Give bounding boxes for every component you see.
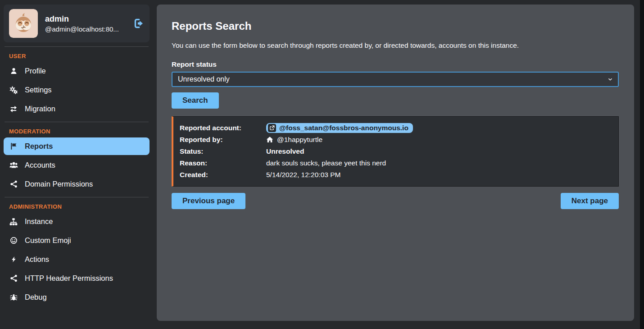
username: admin bbox=[45, 14, 119, 24]
share-nodes-icon bbox=[9, 274, 18, 282]
section-header-moderation: MODERATION bbox=[9, 128, 150, 135]
section-header-user: USER bbox=[9, 53, 150, 59]
report-status-label: Report status bbox=[172, 60, 619, 69]
report-row-status: Status: Unresolved bbox=[180, 146, 612, 157]
report-row-reported-account: Reported account: @foss_satan@fossbros-a… bbox=[180, 122, 612, 134]
sidebar-item-profile[interactable]: Profile bbox=[4, 62, 150, 80]
avatar bbox=[9, 9, 38, 38]
sidebar-item-custom-emoji[interactable]: Custom Emoji bbox=[4, 232, 150, 249]
flag-icon bbox=[9, 142, 18, 150]
sidebar-item-settings[interactable]: Settings bbox=[4, 81, 150, 99]
content-panel: Reports Search You can use the form belo… bbox=[157, 5, 634, 321]
sidebar-item-label: Instance bbox=[25, 217, 53, 226]
created-label: Created: bbox=[180, 171, 266, 179]
report-row-reason: Reason: dark souls sucks, please yeet th… bbox=[180, 157, 612, 169]
bolt-icon bbox=[9, 256, 18, 263]
smiley-icon bbox=[9, 237, 18, 244]
created-value: 5/14/2022, 12:20:03 PM bbox=[266, 171, 340, 179]
sidebar-item-domain-permissions[interactable]: Domain Permissions bbox=[4, 175, 150, 193]
user-info: admin @admin@localhost:80... bbox=[45, 14, 119, 33]
page-description: You can use the form below to search thr… bbox=[172, 41, 619, 50]
sidebar-item-label: Actions bbox=[25, 255, 49, 264]
users-icon bbox=[9, 161, 18, 169]
user-handle: @admin@localhost:80... bbox=[45, 25, 119, 33]
logout-icon[interactable] bbox=[133, 18, 144, 29]
report-status-select[interactable]: Unresolved only bbox=[172, 72, 619, 87]
sidebar-item-label: Domain Permissions bbox=[25, 180, 93, 188]
gears-icon bbox=[9, 86, 18, 94]
report-row-created: Created: 5/14/2022, 12:20:03 PM bbox=[180, 169, 612, 181]
report-status-selected-value: Unresolved only bbox=[178, 75, 230, 83]
sidebar-item-debug[interactable]: Debug bbox=[4, 288, 150, 306]
report-row-reported-by: Reported by: @1happyturtle bbox=[180, 134, 612, 146]
sidebar-item-label: HTTP Header Permissions bbox=[25, 274, 113, 283]
page-title: Reports Search bbox=[172, 20, 619, 32]
status-label: Status: bbox=[180, 147, 266, 155]
chevron-down-icon bbox=[607, 76, 613, 82]
main-area: Reports Search You can use the form belo… bbox=[157, 0, 644, 329]
reported-account-label: Reported account: bbox=[180, 124, 266, 132]
sidebar-divider bbox=[5, 197, 149, 197]
next-page-button[interactable]: Next page bbox=[561, 193, 619, 209]
sidebar-divider bbox=[5, 46, 149, 47]
search-button[interactable]: Search bbox=[172, 92, 219, 109]
arrows-left-right-icon bbox=[9, 105, 18, 113]
sidebar-item-instance[interactable]: Instance bbox=[4, 213, 150, 230]
reported-account-handle: @foss_satan@fossbros-anonymous.io bbox=[279, 124, 408, 132]
sidebar-item-label: Accounts bbox=[25, 161, 55, 169]
share-nodes-icon bbox=[9, 180, 18, 188]
sidebar-item-label: Settings bbox=[25, 86, 52, 94]
sitemap-icon bbox=[9, 218, 18, 226]
user-card: admin @admin@localhost:80... bbox=[4, 5, 150, 42]
sidebar-item-accounts[interactable]: Accounts bbox=[4, 156, 150, 174]
sidebar-item-migration[interactable]: Migration bbox=[4, 100, 150, 118]
sidebar-item-http-header-permissions[interactable]: HTTP Header Permissions bbox=[4, 270, 150, 287]
status-value: Unresolved bbox=[266, 147, 304, 155]
sidebar-item-reports[interactable]: Reports bbox=[4, 137, 150, 155]
sidebar-item-label: Reports bbox=[25, 142, 53, 151]
sidebar-item-actions[interactable]: Actions bbox=[4, 251, 150, 268]
external-link-icon bbox=[268, 124, 276, 132]
user-icon bbox=[9, 67, 18, 75]
sidebar-divider bbox=[5, 122, 149, 122]
sidebar-item-label: Profile bbox=[25, 67, 46, 75]
report-card[interactable]: Reported account: @foss_satan@fossbros-a… bbox=[172, 116, 619, 187]
sidebar-item-label: Debug bbox=[25, 293, 47, 302]
pagination: Previous page Next page bbox=[172, 193, 619, 209]
sidebar-item-label: Migration bbox=[25, 105, 55, 113]
reported-by-handle: @1happyturtle bbox=[277, 136, 322, 144]
previous-page-button[interactable]: Previous page bbox=[172, 193, 245, 209]
reported-account-link[interactable]: @foss_satan@fossbros-anonymous.io bbox=[266, 123, 413, 133]
reason-label: Reason: bbox=[180, 159, 266, 167]
bug-icon bbox=[9, 293, 18, 301]
reason-value: dark souls sucks, please yeet this nerd bbox=[266, 159, 386, 167]
scrollbar[interactable] bbox=[640, 0, 644, 329]
reported-by-label: Reported by: bbox=[180, 136, 266, 144]
section-header-administration: ADMINISTRATION bbox=[9, 203, 150, 210]
home-icon bbox=[266, 136, 273, 143]
sidebar-item-label: Custom Emoji bbox=[25, 236, 71, 245]
sidebar: admin @admin@localhost:80... USER Profil… bbox=[0, 0, 157, 329]
